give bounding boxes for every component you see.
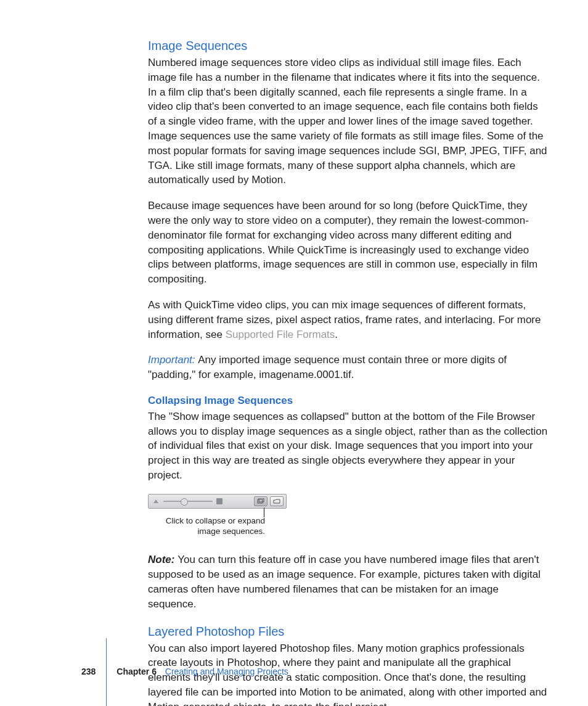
paragraph-body: Numbered image sequences store video cli… bbox=[148, 55, 549, 187]
collapse-icon bbox=[257, 498, 264, 504]
page-footer: 238 Chapter 6 Creating and Managing Proj… bbox=[81, 666, 288, 678]
note-text: You can turn this feature off in case yo… bbox=[148, 554, 541, 609]
important-note: Important: Any imported image sequence m… bbox=[148, 353, 549, 382]
collapse-sequences-button[interactable] bbox=[254, 496, 267, 506]
zoom-slider-knob[interactable] bbox=[181, 498, 188, 506]
paragraph-body: Because image sequences have been around… bbox=[148, 199, 549, 287]
important-text: Any imported image sequence must contain… bbox=[148, 354, 507, 380]
chapter-info: Chapter 6 Creating and Managing Projects bbox=[116, 666, 288, 678]
heading-layered-photoshop: Layered Photoshop Files bbox=[148, 623, 549, 640]
heading-collapsing: Collapsing Image Sequences bbox=[148, 393, 549, 408]
callout-text: Click to collapse or expand image sequen… bbox=[148, 516, 269, 537]
folder-icon bbox=[273, 498, 280, 504]
note-label: Note: bbox=[148, 554, 178, 565]
callout-line bbox=[148, 509, 287, 517]
expand-triangle-icon[interactable] bbox=[153, 499, 158, 503]
new-folder-button[interactable] bbox=[270, 496, 284, 506]
link-supported-file-formats[interactable]: Supported File Formats bbox=[226, 329, 335, 340]
chapter-title: Creating and Managing Projects bbox=[165, 667, 288, 676]
paragraph-text: As with QuickTime video clips, you can m… bbox=[148, 299, 541, 340]
paragraph-body: As with QuickTime video clips, you can m… bbox=[148, 298, 549, 342]
note-paragraph: Note: You can turn this feature off in c… bbox=[148, 552, 549, 611]
svg-rect-1 bbox=[259, 498, 264, 502]
important-label: Important: bbox=[148, 354, 198, 366]
paragraph-body: The "Show image sequences as collapsed" … bbox=[148, 409, 549, 483]
svg-rect-0 bbox=[258, 499, 263, 503]
page-number: 238 bbox=[81, 666, 96, 678]
figure-toolbar: Click to collapse or expand image sequen… bbox=[148, 494, 287, 537]
thumbnail-icon bbox=[216, 498, 223, 504]
zoom-slider[interactable] bbox=[163, 501, 213, 502]
page-content: Image Sequences Numbered image sequences… bbox=[148, 37, 549, 706]
heading-image-sequences: Image Sequences bbox=[148, 37, 549, 54]
file-browser-toolbar bbox=[148, 494, 287, 509]
chapter-label: Chapter 6 bbox=[116, 667, 157, 676]
paragraph-text: . bbox=[335, 329, 338, 340]
